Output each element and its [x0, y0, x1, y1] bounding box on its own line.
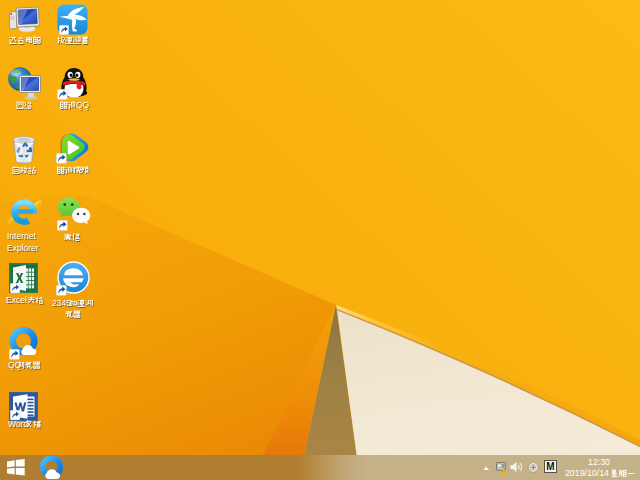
svg-text:Word: Word [8, 419, 28, 429]
svg-text:Internet: Internet [7, 231, 36, 241]
svg-text:2345: 2345 [52, 298, 71, 308]
svg-text:Explorer: Explorer [7, 243, 39, 253]
svg-text:Excel: Excel [6, 295, 27, 305]
svg-text:QQ: QQ [76, 100, 90, 110]
svg-text:M: M [546, 461, 554, 472]
